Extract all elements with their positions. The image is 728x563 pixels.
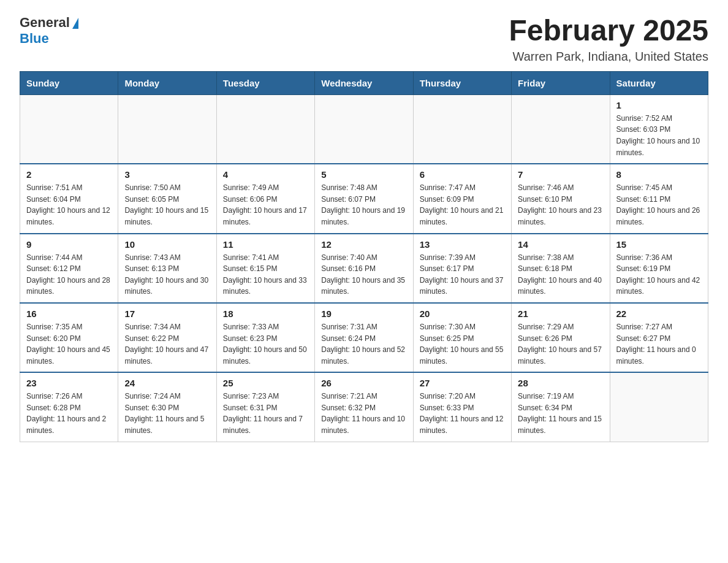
day-number: 23 bbox=[26, 378, 112, 388]
day-info: Sunrise: 7:33 AMSunset: 6:23 PMDaylight:… bbox=[223, 321, 308, 367]
week-row: 23Sunrise: 7:26 AMSunset: 6:28 PMDayligh… bbox=[20, 372, 708, 442]
day-number: 14 bbox=[518, 239, 603, 250]
day-info: Sunrise: 7:51 AMSunset: 6:04 PMDaylight:… bbox=[26, 182, 112, 228]
day-of-week-header: Saturday bbox=[610, 71, 708, 94]
day-info: Sunrise: 7:35 AMSunset: 6:20 PMDaylight:… bbox=[26, 321, 112, 367]
calendar-cell: 8Sunrise: 7:45 AMSunset: 6:11 PMDaylight… bbox=[610, 164, 708, 233]
day-number: 27 bbox=[420, 378, 505, 388]
logo-blue-text: Blue bbox=[20, 31, 49, 47]
day-number: 12 bbox=[321, 239, 406, 250]
day-info: Sunrise: 7:44 AMSunset: 6:12 PMDaylight:… bbox=[26, 252, 112, 297]
calendar-cell: 16Sunrise: 7:35 AMSunset: 6:20 PMDayligh… bbox=[20, 303, 118, 372]
day-info: Sunrise: 7:20 AMSunset: 6:33 PMDaylight:… bbox=[420, 391, 505, 436]
day-info: Sunrise: 7:45 AMSunset: 6:11 PMDaylight:… bbox=[616, 182, 702, 228]
day-number: 21 bbox=[518, 308, 603, 319]
calendar-cell: 6Sunrise: 7:47 AMSunset: 6:09 PMDaylight… bbox=[413, 164, 511, 233]
week-row: 2Sunrise: 7:51 AMSunset: 6:04 PMDaylight… bbox=[20, 164, 708, 233]
calendar-cell: 25Sunrise: 7:23 AMSunset: 6:31 PMDayligh… bbox=[216, 372, 314, 442]
calendar-cell: 3Sunrise: 7:50 AMSunset: 6:05 PMDaylight… bbox=[118, 164, 216, 233]
day-number: 8 bbox=[616, 169, 702, 180]
calendar-header-row: SundayMondayTuesdayWednesdayThursdayFrid… bbox=[20, 71, 708, 94]
logo: General Blue bbox=[20, 15, 78, 47]
day-info: Sunrise: 7:52 AMSunset: 6:03 PMDaylight:… bbox=[616, 113, 702, 158]
day-number: 24 bbox=[124, 378, 210, 388]
calendar-cell: 5Sunrise: 7:48 AMSunset: 6:07 PMDaylight… bbox=[315, 164, 413, 233]
location-subtitle: Warren Park, Indiana, United States bbox=[509, 50, 708, 64]
calendar-cell: 17Sunrise: 7:34 AMSunset: 6:22 PMDayligh… bbox=[118, 303, 216, 372]
day-number: 3 bbox=[124, 169, 210, 180]
page-header: General Blue February 2025 Warren Park, … bbox=[20, 15, 708, 64]
day-number: 13 bbox=[420, 239, 505, 250]
day-number: 6 bbox=[420, 169, 505, 180]
day-of-week-header: Thursday bbox=[413, 71, 511, 94]
day-info: Sunrise: 7:48 AMSunset: 6:07 PMDaylight:… bbox=[321, 182, 406, 228]
calendar-cell: 12Sunrise: 7:40 AMSunset: 6:16 PMDayligh… bbox=[315, 234, 413, 303]
day-info: Sunrise: 7:34 AMSunset: 6:22 PMDaylight:… bbox=[124, 321, 210, 367]
day-number: 1 bbox=[616, 100, 702, 110]
day-number: 15 bbox=[616, 239, 702, 250]
day-number: 16 bbox=[26, 308, 112, 319]
day-info: Sunrise: 7:26 AMSunset: 6:28 PMDaylight:… bbox=[26, 391, 112, 436]
day-info: Sunrise: 7:41 AMSunset: 6:15 PMDaylight:… bbox=[223, 252, 308, 297]
day-of-week-header: Monday bbox=[118, 71, 216, 94]
calendar-cell: 1Sunrise: 7:52 AMSunset: 6:03 PMDaylight… bbox=[610, 94, 708, 164]
day-number: 10 bbox=[124, 239, 210, 250]
day-number: 25 bbox=[223, 378, 308, 388]
day-number: 18 bbox=[223, 308, 308, 319]
day-number: 22 bbox=[616, 308, 702, 319]
calendar-cell: 10Sunrise: 7:43 AMSunset: 6:13 PMDayligh… bbox=[118, 234, 216, 303]
calendar-cell: 27Sunrise: 7:20 AMSunset: 6:33 PMDayligh… bbox=[413, 372, 511, 442]
calendar-cell: 19Sunrise: 7:31 AMSunset: 6:24 PMDayligh… bbox=[315, 303, 413, 372]
calendar-cell: 9Sunrise: 7:44 AMSunset: 6:12 PMDaylight… bbox=[20, 234, 118, 303]
calendar-cell: 22Sunrise: 7:27 AMSunset: 6:27 PMDayligh… bbox=[610, 303, 708, 372]
calendar-cell: 15Sunrise: 7:36 AMSunset: 6:19 PMDayligh… bbox=[610, 234, 708, 303]
week-row: 16Sunrise: 7:35 AMSunset: 6:20 PMDayligh… bbox=[20, 303, 708, 372]
calendar-cell: 4Sunrise: 7:49 AMSunset: 6:06 PMDaylight… bbox=[216, 164, 314, 233]
calendar-cell: 7Sunrise: 7:46 AMSunset: 6:10 PMDaylight… bbox=[512, 164, 610, 233]
day-of-week-header: Tuesday bbox=[216, 71, 314, 94]
day-of-week-header: Wednesday bbox=[315, 71, 413, 94]
day-info: Sunrise: 7:50 AMSunset: 6:05 PMDaylight:… bbox=[124, 182, 210, 228]
calendar-cell: 28Sunrise: 7:19 AMSunset: 6:34 PMDayligh… bbox=[512, 372, 610, 442]
day-of-week-header: Friday bbox=[512, 71, 610, 94]
day-number: 11 bbox=[223, 239, 308, 250]
day-info: Sunrise: 7:43 AMSunset: 6:13 PMDaylight:… bbox=[124, 252, 210, 297]
calendar-cell bbox=[118, 94, 216, 164]
calendar-cell: 20Sunrise: 7:30 AMSunset: 6:25 PMDayligh… bbox=[413, 303, 511, 372]
week-row: 9Sunrise: 7:44 AMSunset: 6:12 PMDaylight… bbox=[20, 234, 708, 303]
day-info: Sunrise: 7:39 AMSunset: 6:17 PMDaylight:… bbox=[420, 252, 505, 297]
calendar-cell: 21Sunrise: 7:29 AMSunset: 6:26 PMDayligh… bbox=[512, 303, 610, 372]
day-number: 5 bbox=[321, 169, 406, 180]
calendar-cell: 26Sunrise: 7:21 AMSunset: 6:32 PMDayligh… bbox=[315, 372, 413, 442]
day-number: 20 bbox=[420, 308, 505, 319]
day-info: Sunrise: 7:46 AMSunset: 6:10 PMDaylight:… bbox=[518, 182, 603, 228]
logo-general-text: General bbox=[20, 15, 70, 31]
day-info: Sunrise: 7:23 AMSunset: 6:31 PMDaylight:… bbox=[223, 391, 308, 436]
calendar-cell: 23Sunrise: 7:26 AMSunset: 6:28 PMDayligh… bbox=[20, 372, 118, 442]
day-info: Sunrise: 7:31 AMSunset: 6:24 PMDaylight:… bbox=[321, 321, 406, 367]
day-info: Sunrise: 7:47 AMSunset: 6:09 PMDaylight:… bbox=[420, 182, 505, 228]
day-number: 4 bbox=[223, 169, 308, 180]
title-area: February 2025 Warren Park, Indiana, Unit… bbox=[509, 15, 708, 64]
calendar-cell bbox=[413, 94, 511, 164]
day-number: 26 bbox=[321, 378, 406, 388]
day-info: Sunrise: 7:21 AMSunset: 6:32 PMDaylight:… bbox=[321, 391, 406, 436]
day-of-week-header: Sunday bbox=[20, 71, 118, 94]
calendar-cell: 11Sunrise: 7:41 AMSunset: 6:15 PMDayligh… bbox=[216, 234, 314, 303]
month-title: February 2025 bbox=[509, 15, 708, 47]
week-row: 1Sunrise: 7:52 AMSunset: 6:03 PMDaylight… bbox=[20, 94, 708, 164]
day-info: Sunrise: 7:38 AMSunset: 6:18 PMDaylight:… bbox=[518, 252, 603, 297]
day-info: Sunrise: 7:36 AMSunset: 6:19 PMDaylight:… bbox=[616, 252, 702, 297]
calendar-cell bbox=[315, 94, 413, 164]
day-info: Sunrise: 7:40 AMSunset: 6:16 PMDaylight:… bbox=[321, 252, 406, 297]
logo-triangle-icon bbox=[72, 18, 78, 29]
day-info: Sunrise: 7:24 AMSunset: 6:30 PMDaylight:… bbox=[124, 391, 210, 436]
calendar-cell bbox=[20, 94, 118, 164]
day-info: Sunrise: 7:30 AMSunset: 6:25 PMDaylight:… bbox=[420, 321, 505, 367]
day-number: 2 bbox=[26, 169, 112, 180]
calendar-cell: 2Sunrise: 7:51 AMSunset: 6:04 PMDaylight… bbox=[20, 164, 118, 233]
day-info: Sunrise: 7:49 AMSunset: 6:06 PMDaylight:… bbox=[223, 182, 308, 228]
day-number: 28 bbox=[518, 378, 603, 388]
calendar-cell bbox=[216, 94, 314, 164]
day-number: 17 bbox=[124, 308, 210, 319]
